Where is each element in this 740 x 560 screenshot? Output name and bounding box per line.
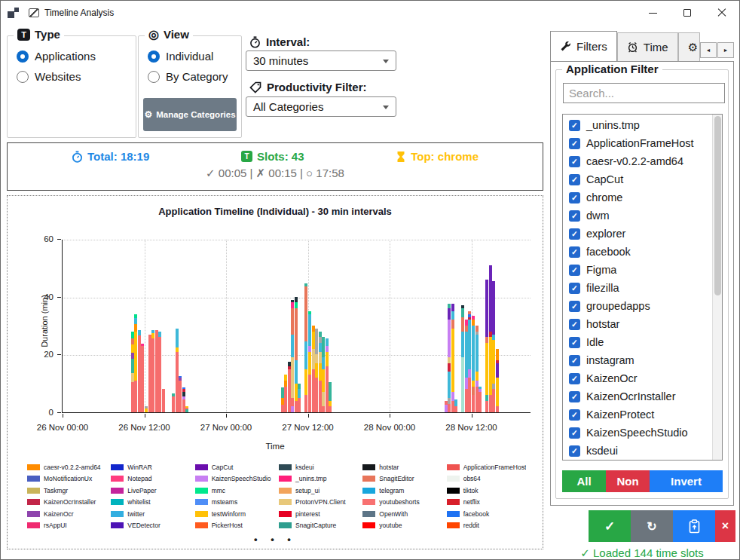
- bar-segment: [454, 406, 457, 412]
- hourglass-icon: [396, 151, 406, 163]
- checkbox-checked-icon[interactable]: ✓: [569, 210, 580, 222]
- search-input[interactable]: [563, 83, 725, 103]
- radio-by-category-control[interactable]: [148, 71, 160, 83]
- legend-item: mmc: [195, 485, 274, 497]
- checkbox-checked-icon[interactable]: ✓: [569, 319, 580, 330]
- manage-categories-button[interactable]: ⚙ Manage Categories: [143, 98, 237, 131]
- filter-list-item[interactable]: ✓ksdeui: [563, 442, 712, 460]
- filter-list-item[interactable]: ✓Idle: [563, 333, 712, 351]
- radio-individual[interactable]: Individual: [148, 50, 241, 63]
- plot-area: 020406026 Nov 00:0026 Nov 12:0027 Nov 00…: [62, 240, 531, 413]
- filter-list-item[interactable]: ✓_unins.tmp: [563, 116, 712, 134]
- radio-websites[interactable]: Websites: [17, 70, 136, 83]
- checkbox-checked-icon[interactable]: ✓: [569, 409, 580, 421]
- select-none-button[interactable]: Non: [606, 470, 650, 492]
- filter-list-item[interactable]: ✓KaizenSpeechStudio: [563, 424, 712, 442]
- application-filter-groupbox: Application Filter ✓_unins.tmp✓Applicati…: [555, 69, 729, 499]
- tab-time[interactable]: Time: [617, 32, 678, 61]
- x-tick-label: 27 Nov 00:00: [190, 423, 262, 432]
- checkbox-checked-icon[interactable]: ✓: [569, 120, 580, 131]
- checkbox-checked-icon[interactable]: ✓: [569, 355, 580, 366]
- filter-list-item[interactable]: ✓caesr-v0.2.2-amd64: [563, 152, 712, 170]
- list-scrollbar-thumb[interactable]: [714, 116, 721, 295]
- filter-list-item[interactable]: ✓filezilla: [563, 279, 712, 297]
- tab-scroll-right-button[interactable]: ►: [717, 42, 734, 58]
- application-filter-list[interactable]: ✓_unins.tmp✓ApplicationFrameHost✓caesr-v…: [562, 114, 723, 461]
- list-scrollbar[interactable]: [712, 115, 722, 460]
- filter-list-item[interactable]: ✓explorer: [563, 225, 712, 243]
- filter-item-label: KaizenOcr: [586, 372, 638, 384]
- tab-filters[interactable]: Filters: [550, 31, 617, 61]
- filter-list-item[interactable]: ✓ApplicationFrameHost: [563, 134, 712, 152]
- radio-individual-control[interactable]: [148, 50, 160, 63]
- invert-selection-button[interactable]: Invert: [650, 470, 723, 492]
- cancel-button[interactable]: ×: [715, 510, 735, 542]
- apply-button[interactable]: ✓: [589, 510, 631, 542]
- select-all-button[interactable]: All: [562, 470, 606, 492]
- interval-label-row: Interval:: [249, 35, 310, 48]
- legend-label: netflix: [463, 498, 480, 506]
- legend-label: KaizenOcrInstaller: [44, 498, 96, 506]
- refresh-button[interactable]: ↻: [631, 510, 673, 542]
- filter-list-item[interactable]: ✓dwm: [563, 207, 712, 225]
- filter-list-item[interactable]: ✓KaizenOcr: [563, 369, 712, 387]
- minimize-button[interactable]: [635, 1, 670, 25]
- radio-by-category[interactable]: By Category: [148, 70, 241, 83]
- x-tick-label: 27 Nov 12:00: [272, 423, 344, 432]
- checkbox-checked-icon[interactable]: ✓: [569, 138, 580, 149]
- stacked-bar: [141, 344, 144, 412]
- legend-swatch: [279, 522, 292, 528]
- legend-item: facebook: [447, 508, 526, 520]
- checkbox-checked-icon[interactable]: ✓: [569, 337, 580, 348]
- productivity-filter-dropdown[interactable]: All Categories: [246, 96, 396, 117]
- stacked-bar: [295, 297, 298, 412]
- bar-segment: [281, 398, 284, 405]
- filter-list-item[interactable]: ✓instagram: [563, 351, 712, 369]
- bar-segment: [295, 384, 298, 401]
- stat-slots: T Slots: 43: [241, 150, 304, 163]
- stacked-bar: [162, 389, 165, 412]
- radio-applications-control[interactable]: [17, 50, 29, 63]
- checkbox-checked-icon[interactable]: ✓: [569, 301, 580, 312]
- legend-swatch: [447, 464, 460, 470]
- checkbox-checked-icon[interactable]: ✓: [569, 445, 580, 457]
- checkbox-checked-icon[interactable]: ✓: [569, 391, 580, 402]
- checkbox-checked-icon[interactable]: ✓: [569, 427, 580, 439]
- close-button[interactable]: [705, 1, 739, 25]
- filter-item-label: Idle: [586, 336, 604, 348]
- bar-segment: [445, 405, 448, 412]
- x-tick-mark: [226, 414, 227, 418]
- legend-item: whitelist: [111, 497, 190, 509]
- filter-list-item[interactable]: ✓groupedapps: [563, 297, 712, 315]
- filter-list-item[interactable]: ✓hotstar: [563, 315, 712, 333]
- checkbox-checked-icon[interactable]: ✓: [569, 228, 580, 240]
- filter-list-item[interactable]: ✓CapCut: [563, 170, 712, 188]
- checkbox-checked-icon[interactable]: ✓: [569, 174, 580, 185]
- timeline-analysis-window: Timeline Analysis T Type Applications We…: [0, 0, 740, 560]
- tab-scroll-left-button[interactable]: ◄: [700, 42, 717, 58]
- legend-swatch: [111, 511, 124, 517]
- checkbox-checked-icon[interactable]: ✓: [569, 265, 580, 276]
- filter-list-item[interactable]: ✓chrome: [563, 188, 712, 207]
- bar-segment: [489, 337, 492, 395]
- filter-list-item[interactable]: ✓Figma: [563, 261, 712, 279]
- checkbox-checked-icon[interactable]: ✓: [569, 156, 580, 167]
- export-button[interactable]: [673, 510, 715, 542]
- filter-list-item[interactable]: ✓KaizenOcrInstaller: [563, 387, 712, 405]
- checkbox-checked-icon[interactable]: ✓: [569, 283, 580, 294]
- checkbox-checked-icon[interactable]: ✓: [569, 192, 580, 203]
- radio-applications[interactable]: Applications: [17, 50, 136, 63]
- bar-segment: [312, 326, 315, 332]
- checkbox-checked-icon[interactable]: ✓: [569, 246, 580, 258]
- tab-options[interactable]: ⚙ O: [678, 32, 700, 61]
- chart-legend: caesr-v0.2.2-amd64MoNotificationUxTaskmg…: [27, 461, 526, 531]
- interval-dropdown[interactable]: 30 minutes: [246, 50, 396, 71]
- minimize-icon: [649, 13, 657, 14]
- checkbox-checked-icon[interactable]: ✓: [569, 373, 580, 384]
- maximize-button[interactable]: [670, 1, 705, 25]
- filter-list-item[interactable]: ✓KaizenProtect: [563, 405, 712, 424]
- radio-websites-control[interactable]: [17, 71, 29, 83]
- bar-segment: [291, 335, 294, 358]
- filter-list-item[interactable]: ✓facebook: [563, 243, 712, 261]
- bar-segment: [465, 332, 468, 378]
